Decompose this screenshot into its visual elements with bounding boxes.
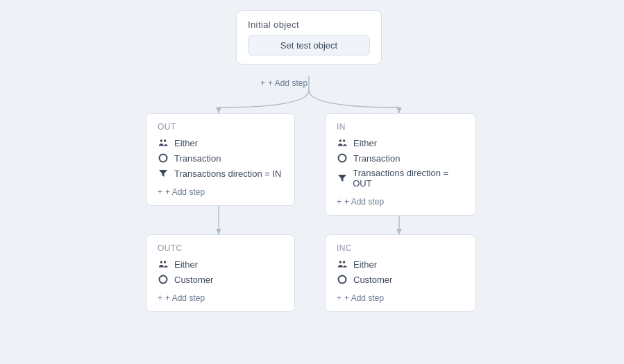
out-add-step-label: + Add step xyxy=(165,187,205,197)
out-row-transaction: Transaction xyxy=(158,153,283,164)
plus-icon: + xyxy=(260,78,265,88)
inc-either-label: Either xyxy=(353,259,377,270)
initial-object-title: Initial object xyxy=(248,19,370,30)
add-step-top[interactable]: + + Add step xyxy=(260,78,307,88)
outc-add-step-label: + Add step xyxy=(165,293,205,303)
people-icon-inc xyxy=(337,259,348,270)
filter-icon-in xyxy=(337,173,347,184)
svg-point-16 xyxy=(339,261,342,263)
inc-plus-icon: + xyxy=(337,293,341,303)
svg-point-18 xyxy=(339,276,346,284)
in-node-title: IN xyxy=(337,122,464,132)
svg-point-11 xyxy=(343,139,346,142)
out-filter-label: Transactions direction = IN xyxy=(174,168,282,179)
in-either-label: Either xyxy=(353,138,377,148)
people-icon-outc xyxy=(158,259,169,270)
canvas: Initial object Set test object + + Add s… xyxy=(0,0,624,364)
outc-either-label: Either xyxy=(174,259,198,270)
inc-add-step[interactable]: + + Add step xyxy=(337,293,464,303)
out-add-step[interactable]: + + Add step xyxy=(158,187,283,197)
inc-add-step-label: + Add step xyxy=(344,293,384,303)
svg-marker-6 xyxy=(396,229,402,234)
in-row-transaction: Transaction xyxy=(337,153,464,164)
initial-object-node: Initial object Set test object xyxy=(236,10,382,64)
svg-marker-1 xyxy=(216,107,221,113)
filter-icon xyxy=(158,168,169,179)
out-transaction-label: Transaction xyxy=(174,153,221,164)
out-node: OUT Either Transaction xyxy=(146,113,295,206)
in-node: IN Either Transaction xyxy=(325,113,476,216)
svg-point-8 xyxy=(164,139,167,142)
out-row-filter: Transactions direction = IN xyxy=(158,168,283,179)
svg-marker-4 xyxy=(216,229,221,234)
svg-point-14 xyxy=(164,261,167,263)
out-either-label: Either xyxy=(174,138,198,148)
svg-point-7 xyxy=(160,139,163,142)
circle-icon xyxy=(158,153,169,164)
svg-point-13 xyxy=(160,261,163,263)
svg-marker-2 xyxy=(396,107,402,113)
set-test-object-button[interactable]: Set test object xyxy=(248,35,370,55)
inc-row-customer: Customer xyxy=(337,274,464,285)
out-plus-icon: + xyxy=(158,187,162,197)
outc-row-either: Either xyxy=(158,259,283,270)
circle-icon-inc xyxy=(337,274,348,285)
svg-point-15 xyxy=(160,276,167,284)
circle-icon-outc xyxy=(158,274,169,285)
in-row-either: Either xyxy=(337,137,464,148)
svg-point-9 xyxy=(160,155,167,162)
inc-node: INC Either Customer + + Add step xyxy=(325,234,476,312)
outc-node-title: OUTC xyxy=(158,243,283,253)
outc-add-step[interactable]: + + Add step xyxy=(158,293,283,303)
inc-customer-label: Customer xyxy=(353,275,392,285)
in-row-filter: Transactions direction = OUT xyxy=(337,168,464,189)
add-step-top-label: + Add step xyxy=(268,78,307,88)
svg-point-12 xyxy=(339,155,346,162)
in-add-step[interactable]: + + Add step xyxy=(337,197,464,207)
in-filter-label: Transactions direction = OUT xyxy=(353,168,464,189)
in-transaction-label: Transaction xyxy=(353,153,400,164)
outc-node: OUTC Either Customer + + Add ste xyxy=(146,234,295,312)
outc-customer-label: Customer xyxy=(174,275,213,285)
people-icon xyxy=(158,137,169,148)
outc-row-customer: Customer xyxy=(158,274,283,285)
circle-icon-in xyxy=(337,153,348,164)
svg-point-17 xyxy=(343,261,346,263)
inc-node-title: INC xyxy=(337,243,464,253)
out-node-title: OUT xyxy=(158,122,283,132)
people-icon-in xyxy=(337,137,348,148)
inc-row-either: Either xyxy=(337,259,464,270)
svg-point-10 xyxy=(339,139,342,142)
out-row-either: Either xyxy=(158,137,283,148)
in-plus-icon: + xyxy=(337,197,341,207)
outc-plus-icon: + xyxy=(158,293,162,303)
in-add-step-label: + Add step xyxy=(344,197,384,207)
